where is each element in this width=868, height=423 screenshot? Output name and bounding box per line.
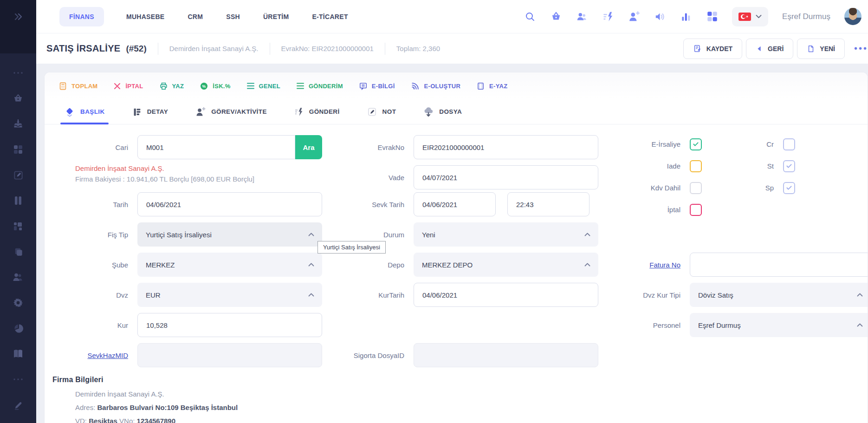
breadcrumb-evrakno: EvrakNo: EIR2021000000001 (281, 45, 374, 52)
toolbar-yaz[interactable]: YAZ (159, 82, 184, 91)
back-button[interactable]: GERİ (746, 39, 793, 59)
toolbar-isk[interactable]: % İSK.% (200, 82, 230, 91)
lines-icon (246, 82, 255, 90)
more-actions[interactable]: ••• (854, 43, 868, 54)
toolbar-toplam[interactable]: TOPLAM (58, 82, 97, 91)
expand-sidebar-icon[interactable] (12, 11, 24, 22)
tab-dosya[interactable]: DOSYA (423, 99, 462, 124)
sp-checkbox[interactable] (783, 182, 795, 194)
tab-gonderi[interactable]: GÖNDERİ (294, 99, 340, 124)
columns-icon[interactable] (12, 195, 24, 206)
bar-chart-icon[interactable] (680, 11, 692, 23)
grid-icon[interactable] (12, 144, 24, 155)
chevron-up-icon (308, 293, 314, 297)
tarih-input[interactable] (137, 192, 322, 216)
tab-not[interactable]: NOT (367, 99, 396, 124)
basket-icon[interactable] (12, 93, 24, 104)
page-title: SATIŞ İRSALİYE (46, 43, 120, 54)
iptal-checkbox[interactable] (690, 204, 702, 216)
apps-grid-icon[interactable] (706, 11, 718, 23)
document-toolbar: TOPLAM İPTAL YAZ % İSK.% GENEL GÖNDERİM … (45, 72, 868, 99)
kur-input[interactable] (137, 313, 322, 337)
chevron-up-icon (857, 293, 863, 297)
sevk-tarih-label: Sevk Tarih (321, 201, 414, 208)
users-icon[interactable] (12, 272, 24, 283)
evrakno-input[interactable] (414, 135, 598, 159)
kanban-icon[interactable] (12, 221, 24, 232)
sp-label: Sp (702, 184, 783, 192)
activity-icon[interactable] (602, 11, 614, 23)
language-selector[interactable] (732, 7, 768, 26)
chevron-up-icon (308, 263, 314, 267)
new-button[interactable]: YENİ (797, 39, 845, 59)
toolbar-ebilgi[interactable]: E-BİLGİ (359, 82, 395, 91)
kurtarih-input[interactable] (414, 283, 598, 307)
divider (270, 43, 270, 55)
pencil-icon[interactable] (12, 399, 24, 410)
dots-icon[interactable] (12, 67, 24, 78)
toolbar-eyaz[interactable]: E-YAZ (476, 82, 507, 91)
dvz-select[interactable]: EUR (137, 283, 322, 307)
toolbar-iptal[interactable]: İPTAL (113, 82, 143, 90)
users-icon[interactable] (576, 11, 588, 23)
search-icon[interactable] (524, 11, 536, 23)
new-document-icon (807, 45, 815, 53)
nav-module-crm[interactable]: CRM (187, 7, 204, 26)
breadcrumb-total: Toplam: 2,360 (396, 45, 440, 52)
durum-select[interactable]: Yeni (414, 222, 598, 247)
iptal-label: İptal (597, 206, 690, 214)
sube-select[interactable]: MERKEZ (137, 253, 322, 277)
iade-checkbox[interactable] (690, 160, 702, 172)
sevkhazmid-input[interactable] (137, 343, 322, 367)
add-user-icon[interactable] (628, 11, 640, 23)
cari-search-button[interactable]: Ara (295, 135, 322, 159)
settings-gear-icon[interactable] (12, 297, 24, 308)
basket-icon[interactable] (550, 11, 562, 23)
kdv-dahil-label: Kdv Dahil (597, 184, 690, 192)
sigorta-dosyaid-label: Sigorta DosyaID (321, 351, 414, 359)
tab-baslik[interactable]: BAŞLIK (64, 99, 105, 124)
kdv-dahil-checkbox[interactable] (690, 182, 702, 194)
cari-input[interactable] (137, 135, 295, 159)
tab-gorev-aktivite[interactable]: GÖREV/AKTİVİTE (195, 99, 267, 124)
signal-icon (411, 81, 420, 91)
nav-module-uretim[interactable]: ÜRETİM (262, 7, 290, 26)
sevk-tarih-date-input[interactable] (414, 192, 496, 216)
sigorta-dosyaid-input[interactable] (414, 343, 598, 367)
book-icon[interactable] (12, 348, 24, 359)
toolbar-genel[interactable]: GENEL (246, 82, 280, 90)
toolbar-gonderim[interactable]: GÖNDERİM (296, 82, 343, 90)
st-checkbox[interactable] (783, 160, 795, 172)
nav-module-finans[interactable]: FİNANS (59, 7, 104, 26)
sevk-tarih-time-input[interactable] (507, 192, 589, 216)
sevkhazmid-link[interactable]: SevkHazMID (45, 351, 137, 359)
dots-icon[interactable] (12, 374, 24, 385)
inbox-download-icon[interactable] (12, 118, 24, 130)
nav-module-eticaret[interactable]: E-TİCARET (311, 7, 349, 26)
edit-square-icon[interactable] (12, 169, 24, 181)
fatura-no-input[interactable] (690, 253, 868, 277)
e-irsaliye-checkbox[interactable] (690, 138, 702, 150)
sidebar (0, 0, 36, 423)
nav-module-muhasebe[interactable]: MUHASEBE (125, 7, 166, 26)
chevron-up-icon (857, 323, 863, 327)
document-card: TOPLAM İPTAL YAZ % İSK.% GENEL GÖNDERİM … (44, 72, 868, 423)
avatar[interactable] (844, 8, 862, 25)
pie-chart-icon[interactable] (12, 323, 24, 334)
top-navbar: FİNANS MUHASEBE CRM SSH ÜRETİM E-TİCARET… (36, 0, 868, 33)
personel-select[interactable]: Eşref Durmuş (690, 313, 868, 337)
cr-checkbox[interactable] (783, 138, 795, 150)
announce-volume-icon[interactable] (654, 11, 666, 23)
fis-tip-select[interactable]: Yurtiçi Satış İrsaliyesi (137, 222, 322, 247)
vade-input[interactable] (414, 165, 598, 189)
baslik-form: Cari Ara Demirden İnşaat Sanayi A.Ş. Fir… (45, 124, 868, 372)
depo-select[interactable]: MERKEZ DEPO (414, 253, 598, 277)
fatura-no-link[interactable]: Fatura No (597, 261, 690, 269)
pages-icon[interactable] (12, 246, 24, 257)
nav-module-ssh[interactable]: SSH (225, 7, 241, 26)
save-button[interactable]: KAYDET (683, 39, 742, 59)
dvz-kur-tipi-select[interactable]: Döviz Satış (690, 283, 868, 307)
toolbar-eolustur[interactable]: E-OLUŞTUR (411, 81, 461, 91)
tab-detay[interactable]: DETAY (132, 99, 168, 124)
user-name[interactable]: Eşref Durmuş (782, 12, 830, 21)
